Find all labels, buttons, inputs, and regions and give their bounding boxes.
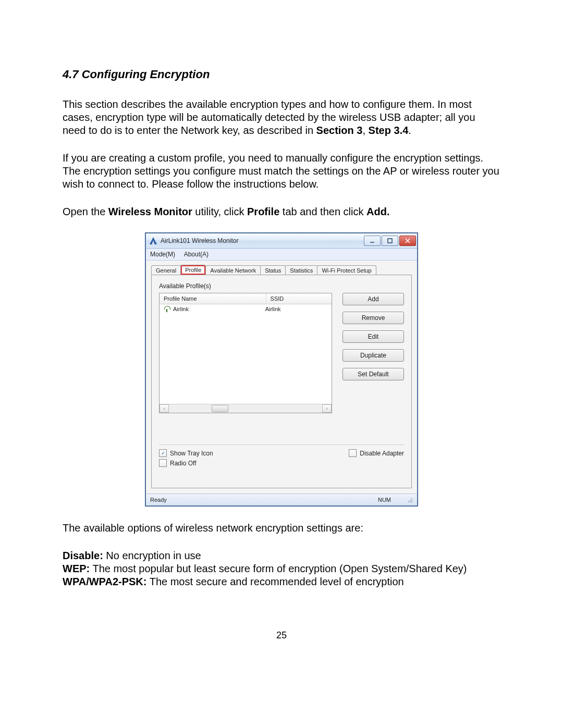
checkbox-icon[interactable]: ✓ <box>159 449 167 457</box>
minimize-icon <box>370 238 375 243</box>
statusbar: Ready NUM <box>146 493 417 505</box>
check-disable-adapter[interactable]: Disable Adapter <box>349 449 404 457</box>
resize-grip-icon[interactable] <box>407 497 413 503</box>
menu-about[interactable]: About(A) <box>184 251 209 258</box>
checkbox-icon[interactable] <box>159 459 167 467</box>
check-label: Show Tray Icon <box>170 450 213 457</box>
list-item[interactable]: Airlink Airlink <box>160 304 332 314</box>
tab-available-network[interactable]: Available Network <box>205 265 261 275</box>
status-num: NUM <box>378 497 391 503</box>
paragraph-1: This section describes the available enc… <box>63 98 500 137</box>
scroll-track[interactable] <box>169 404 322 413</box>
maximize-icon <box>387 238 393 243</box>
tab-statistics[interactable]: Statistics <box>285 265 317 275</box>
right-checks: Disable Adapter <box>349 449 404 469</box>
text: No encryption in use <box>103 550 201 561</box>
option-wep: WEP: The most popular but least secure f… <box>63 562 500 575</box>
close-icon <box>405 238 410 243</box>
text-bold: Add. <box>366 206 389 217</box>
scroll-left-icon[interactable]: ‹ <box>160 404 169 413</box>
tab-profile[interactable]: Profile <box>180 265 206 275</box>
col-ssid[interactable]: SSID <box>266 293 332 304</box>
client-area: General Profile Available Network Status… <box>146 261 417 493</box>
text-bold: WPA/WPA2-PSK: <box>63 576 146 587</box>
checkbox-icon[interactable] <box>349 449 357 457</box>
profile-list[interactable]: Profile Name SSID Airlink Airlink <box>159 293 332 413</box>
check-radio-off[interactable]: Radio Off <box>159 459 213 467</box>
text: , <box>362 125 368 136</box>
paragraph-3: Open the Wireless Monitor utility, click… <box>63 205 500 218</box>
list-body: Airlink Airlink <box>160 304 332 404</box>
cell-ssid: Airlink <box>265 306 327 312</box>
paragraph-2: If you are creating a custom profile, yo… <box>63 152 500 191</box>
text: The most secure and recommended level of… <box>146 576 403 587</box>
horizontal-scrollbar[interactable]: ‹ › <box>160 404 332 413</box>
tab-wps[interactable]: Wi-Fi Protect Setup <box>317 265 376 275</box>
bottom-options: ✓ Show Tray Icon Radio Off Disable Adapt… <box>159 445 404 469</box>
option-disable: Disable: No encryption in use <box>63 549 500 562</box>
check-show-tray[interactable]: ✓ Show Tray Icon <box>159 449 213 457</box>
window-title: AirLink101 Wireless Monitor <box>161 237 363 244</box>
remove-button[interactable]: Remove <box>342 312 404 324</box>
edit-button[interactable]: Edit <box>342 330 404 343</box>
text: Open the <box>63 206 108 217</box>
tab-strip: General Profile Available Network Status… <box>151 265 412 275</box>
left-checks: ✓ Show Tray Icon Radio Off <box>159 449 213 469</box>
minimize-button[interactable] <box>364 236 381 246</box>
menu-mode[interactable]: Mode(M) <box>150 251 175 258</box>
col-profile-name[interactable]: Profile Name <box>160 293 266 304</box>
add-button[interactable]: Add <box>342 293 404 305</box>
maximize-button[interactable] <box>382 236 398 246</box>
scroll-right-icon[interactable]: › <box>322 404 332 413</box>
options-list: Disable: No encryption in use WEP: The m… <box>63 549 500 588</box>
paragraph-4: The available options of wireless networ… <box>63 522 500 535</box>
svg-rect-1 <box>388 239 392 243</box>
text-bold: Step 3.4 <box>369 125 409 136</box>
cell-profile-name: Airlink <box>173 306 189 312</box>
signal-icon <box>164 306 170 312</box>
tab-pane: Available Profile(s) Profile Name SSID A… <box>151 275 412 488</box>
tab-status[interactable]: Status <box>260 265 286 275</box>
text-bold: Section 3 <box>316 125 363 136</box>
text: tab and then click <box>279 206 366 217</box>
window-buttons <box>363 236 416 246</box>
titlebar[interactable]: AirLink101 Wireless Monitor <box>146 233 417 249</box>
tab-general[interactable]: General <box>151 265 181 275</box>
profile-area: Profile Name SSID Airlink Airlink <box>159 293 404 413</box>
document-page: 4.7 Configuring Encryption This section … <box>0 0 563 672</box>
text: The most popular but least secure form o… <box>90 563 467 574</box>
set-default-button[interactable]: Set Default <box>342 368 404 380</box>
menubar: Mode(M) About(A) <box>146 249 417 261</box>
page-number: 25 <box>63 630 500 641</box>
side-buttons: Add Remove Edit Duplicate Set Default <box>342 293 404 413</box>
section-label: Available Profile(s) <box>159 282 404 290</box>
text-bold: Wireless Monitor <box>108 206 192 217</box>
text: . <box>408 125 411 136</box>
text-bold: Disable: <box>63 550 103 561</box>
app-window: AirLink101 Wireless Monitor Mode(M) Abou… <box>145 233 418 506</box>
text: utility, click <box>192 206 247 217</box>
option-wpa: WPA/WPA2-PSK: The most secure and recomm… <box>63 575 500 588</box>
check-label: Disable Adapter <box>360 450 404 457</box>
text-bold: Profile <box>247 206 279 217</box>
status-ready: Ready <box>150 497 167 503</box>
duplicate-button[interactable]: Duplicate <box>342 349 404 362</box>
close-button[interactable] <box>399 236 416 246</box>
status-right: NUM <box>378 497 413 503</box>
text: This section describes the available enc… <box>63 98 475 136</box>
section-heading: 4.7 Configuring Encryption <box>63 68 500 81</box>
text-bold: WEP: <box>63 563 90 574</box>
list-header: Profile Name SSID <box>160 293 332 304</box>
check-label: Radio Off <box>170 460 196 467</box>
scroll-thumb[interactable] <box>212 405 228 412</box>
app-icon <box>149 237 157 245</box>
